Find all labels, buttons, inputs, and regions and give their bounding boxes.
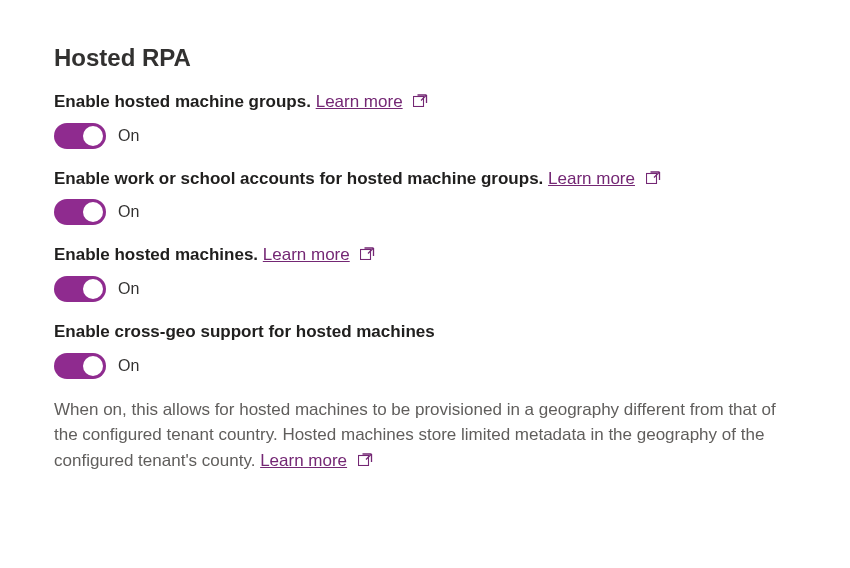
toggle-state-label: On [118, 357, 139, 375]
toggle-hosted-machine-groups[interactable] [54, 123, 106, 149]
external-link-icon [358, 448, 373, 474]
setting-label-row: Enable hosted machine groups. Learn more [54, 90, 796, 115]
learn-more-link[interactable]: Learn more [316, 92, 403, 111]
setting-hosted-machine-groups: Enable hosted machine groups. Learn more… [54, 90, 796, 149]
setting-label: Enable hosted machine groups. [54, 92, 311, 111]
section-title: Hosted RPA [54, 44, 796, 72]
setting-label: Enable cross-geo support for hosted mach… [54, 322, 435, 341]
svg-rect-2 [361, 250, 371, 260]
external-link-icon [646, 167, 661, 192]
external-link-icon [360, 243, 375, 268]
setting-label-row: Enable work or school accounts for hoste… [54, 167, 796, 192]
learn-more-link[interactable]: Learn more [260, 451, 347, 470]
toggle-state-label: On [118, 127, 139, 145]
svg-rect-0 [414, 97, 424, 107]
setting-label-row: Enable hosted machines. Learn more [54, 243, 796, 268]
description-text: When on, this allows for hosted machines… [54, 400, 776, 470]
toggle-knob [83, 279, 103, 299]
toggle-row: On [54, 123, 796, 149]
learn-more-link[interactable]: Learn more [548, 169, 635, 188]
toggle-knob [83, 356, 103, 376]
toggle-row: On [54, 276, 796, 302]
toggle-state-label: On [118, 203, 139, 221]
setting-label: Enable work or school accounts for hoste… [54, 169, 543, 188]
setting-hosted-machines: Enable hosted machines. Learn more On [54, 243, 796, 302]
cross-geo-description: When on, this allows for hosted machines… [54, 397, 796, 474]
setting-label: Enable hosted machines. [54, 245, 258, 264]
toggle-knob [83, 202, 103, 222]
toggle-hosted-machines[interactable] [54, 276, 106, 302]
learn-more-link[interactable]: Learn more [263, 245, 350, 264]
setting-label-row: Enable cross-geo support for hosted mach… [54, 320, 796, 345]
toggle-cross-geo[interactable] [54, 353, 106, 379]
external-link-icon [413, 90, 428, 115]
setting-work-school-accounts: Enable work or school accounts for hoste… [54, 167, 796, 226]
toggle-row: On [54, 199, 796, 225]
toggle-row: On [54, 353, 796, 379]
toggle-knob [83, 126, 103, 146]
toggle-state-label: On [118, 280, 139, 298]
svg-rect-1 [646, 173, 656, 183]
setting-cross-geo: Enable cross-geo support for hosted mach… [54, 320, 796, 379]
toggle-work-school-accounts[interactable] [54, 199, 106, 225]
svg-rect-3 [358, 455, 368, 465]
